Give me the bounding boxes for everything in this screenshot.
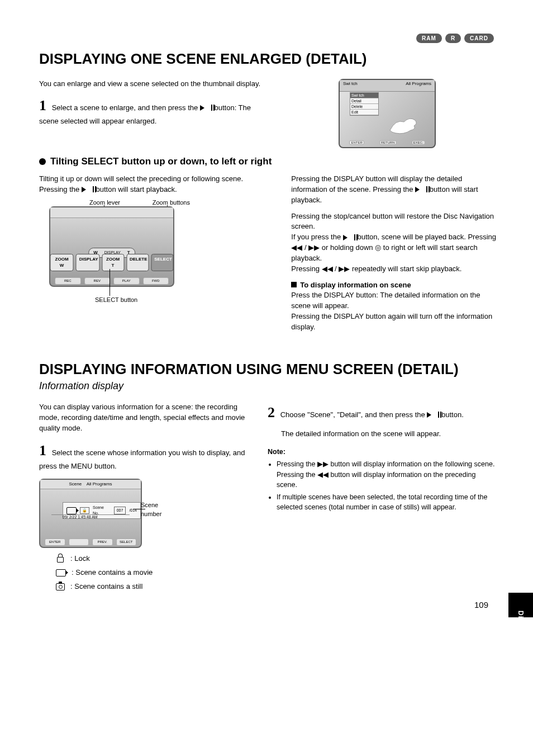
media-badges: RAM R CARD <box>416 34 494 43</box>
info-fig-title-right: All Programs <box>87 481 112 486</box>
remote-button-row: ZOOM W DISPLAY ZOOM T DELETE SELECT <box>50 254 173 271</box>
info-bi-1 <box>69 538 89 546</box>
info-bi-2: PREV. <box>92 538 113 546</box>
right-mid-2a: If you press the <box>291 233 343 241</box>
remote-bi-3: FWD <box>143 277 169 285</box>
info-step-1-num: 1 <box>39 442 46 459</box>
fig-bottom-0: ENTER <box>349 140 364 145</box>
info-bi-3: SELECT <box>116 538 137 546</box>
remote-bottom-icons: REC REV PLAY FWD <box>55 277 169 285</box>
badge-r: R <box>445 34 461 43</box>
play-pause-icon <box>200 105 212 111</box>
lock-mini-icon: 🔒 <box>80 507 89 514</box>
scene-number-callout: Scene number <box>141 501 180 519</box>
info-divider <box>51 514 130 515</box>
step-1-number: 1 <box>39 97 46 114</box>
fig-bottom-icons: ENTER RETURN EXEC. <box>340 139 435 146</box>
enlarge-intro: You can enlarge and view a scene selecte… <box>39 79 260 88</box>
icon-movie-label: : Scene contains a movie <box>72 568 153 578</box>
remote-bi-0: REC <box>55 277 81 285</box>
fig-title-right: All Programs <box>406 81 431 90</box>
notes-item-0: Pressing the ▶▶ button will display info… <box>277 459 498 489</box>
info-scene-no-value: 007 <box>114 507 126 514</box>
remote-bi-1: REV <box>84 277 111 285</box>
notes-heading: Note: <box>268 447 498 457</box>
btn-zoom-t: ZOOM T <box>102 254 124 271</box>
btn-delete: DELETE <box>126 254 149 271</box>
info-step-2-b: button. <box>441 410 464 419</box>
btn-display: DISPLAY <box>76 254 99 271</box>
enlarge-section-title: DISPLAYING ONE SCENE ENLARGED (DETAIL) <box>39 50 499 68</box>
fig-menu-item-0: Swi tch <box>350 93 378 98</box>
info-screen-figure: Scene All Programs 🔒 Scene No. 007 /014 … <box>39 479 142 548</box>
tilt-text-a: Tilting it up or down will select the pr… <box>39 174 274 185</box>
play-pause-icon <box>82 187 94 192</box>
lock-icon <box>56 555 65 563</box>
info-section-title: DISPLAYING INFORMATION USING MENU SCREEN… <box>39 361 499 378</box>
notes-item-1: If multiple scenes have been selected, t… <box>277 492 498 512</box>
sub-heading: Tilting SELECT button up or down, to lef… <box>50 156 272 167</box>
info-step-2-a: Choose "Scene", "Detail", and then press… <box>280 410 427 419</box>
side-tab: Disc Navigation <box>508 593 533 617</box>
remote-figure: W DISPLAY T ZOOM W DISPLAY ZOOM T DELETE… <box>49 206 174 287</box>
callout-line <box>110 269 110 296</box>
movie-icon <box>56 569 66 577</box>
bullet-icon <box>39 158 46 165</box>
remote-title-bar <box>50 207 173 218</box>
fig-menu-item-2: Delete <box>350 104 378 110</box>
info-step-2-num: 2 <box>268 404 275 420</box>
play-pause-icon <box>415 187 427 192</box>
remote-bi-2: PLAY <box>113 277 140 285</box>
info-bi-0: ENTER <box>45 538 65 546</box>
step-1-text-a: Select a scene to enlarge, and then pres… <box>52 103 200 112</box>
fig-bottom-2: EXEC. <box>412 140 425 145</box>
page-number: 109 <box>474 600 488 609</box>
enlarge-figure-col: Swi tch All Programs Swi tch Detail Dele… <box>275 79 499 148</box>
movie-icon <box>66 507 77 514</box>
btn-zoom-w: ZOOM W <box>50 254 73 271</box>
btn-select: SELECT <box>151 254 173 271</box>
right-mid-3: Pressing ◀◀ / ▶▶ repeatedly will start s… <box>291 264 461 273</box>
tilt-text-b2: button will start playback. <box>96 185 177 193</box>
note-body: Press the DISPLAY button: The detailed i… <box>291 290 499 332</box>
info-subtitle: Information display <box>39 380 499 392</box>
info-fig-title-left: Scene <box>69 481 82 486</box>
info-bottom-icons: ENTER PREV. SELECT <box>45 538 136 546</box>
fig-title-left: Swi tch <box>343 81 358 90</box>
still-icon <box>56 583 65 590</box>
fig-menu-item-3: Edit <box>350 110 378 115</box>
icon-still-label: : Scene contains a still <box>70 582 142 592</box>
info-step-2-cont: The detailed information on the scene wi… <box>281 429 498 440</box>
note-square-icon <box>291 282 297 287</box>
play-pause-icon <box>343 235 355 240</box>
fig-menu-box: Swi tch Detail Delete Edit <box>350 92 379 116</box>
right-mid-1: Pressing the stop/cancel button will res… <box>291 212 494 231</box>
select-button-label: SELECT button <box>95 296 137 305</box>
note-heading: To display information on scene <box>300 281 411 289</box>
tilt-text-b1: Pressing the <box>39 185 82 193</box>
info-step-1-text: Select the scene whose information you w… <box>39 448 245 470</box>
info-date-line: 99/ 2/22 1:45:48 AM <box>63 514 98 520</box>
enlarge-thumbnail-figure: Swi tch All Programs Swi tch Detail Dele… <box>339 79 436 148</box>
dove-image <box>387 114 421 136</box>
badge-ram: RAM <box>416 34 442 43</box>
fig-bottom-1: RETURN <box>379 140 397 145</box>
enlarge-intro-col: You can enlarge and view a scene selecte… <box>39 79 264 148</box>
info-intro: You can display various information for … <box>39 402 251 434</box>
icon-lock-label: : Lock <box>70 554 90 564</box>
fig-menu-item-1: Detail <box>350 98 378 104</box>
play-pause-icon <box>427 412 439 418</box>
badge-card: CARD <box>464 34 494 43</box>
